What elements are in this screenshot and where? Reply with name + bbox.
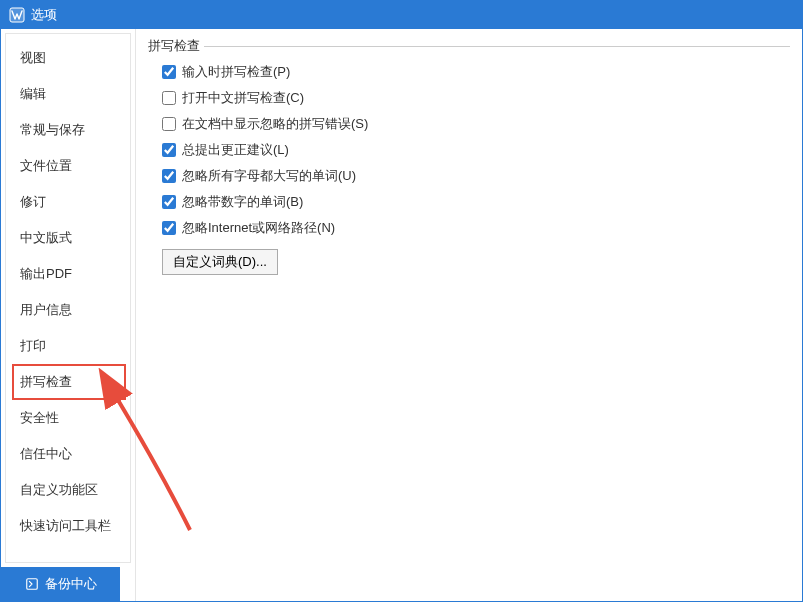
option-ignore-words-with-numbers[interactable]: 忽略带数字的单词(B) [148, 189, 790, 215]
option-show-ignored-errors[interactable]: 在文档中显示忽略的拼写错误(S) [148, 111, 790, 137]
bottombar: 备份中心 [1, 567, 135, 601]
content-panel: 拼写检查 输入时拼写检查(P) 打开中文拼写检查(C) 在文档中显示忽略的拼写错… [136, 29, 802, 601]
checkbox-always-suggest[interactable] [162, 143, 176, 157]
sidebar-wrap: 视图 编辑 常规与保存 文件位置 修订 中文版式 输出PDF 用户信息 打印 拼… [1, 29, 136, 601]
main-area: 视图 编辑 常规与保存 文件位置 修订 中文版式 输出PDF 用户信息 打印 拼… [1, 29, 802, 601]
backup-icon [25, 577, 39, 591]
checkbox-ignore-uppercase[interactable] [162, 169, 176, 183]
sidebar-item-edit[interactable]: 编辑 [12, 76, 126, 112]
sidebar-item-user-info[interactable]: 用户信息 [12, 292, 126, 328]
window-title: 选项 [31, 6, 57, 24]
checkbox-ignore-words-with-numbers[interactable] [162, 195, 176, 209]
label-check-while-typing: 输入时拼写检查(P) [182, 63, 290, 81]
label-always-suggest: 总提出更正建议(L) [182, 141, 289, 159]
titlebar: 选项 [1, 1, 802, 29]
sidebar-item-quick-access[interactable]: 快速访问工具栏 [12, 508, 126, 544]
sidebar-item-spell-check[interactable]: 拼写检查 [12, 364, 126, 400]
group-title: 拼写检查 [148, 37, 204, 55]
label-ignore-words-with-numbers: 忽略带数字的单词(B) [182, 193, 303, 211]
sidebar-item-print[interactable]: 打印 [12, 328, 126, 364]
options-window: 选项 视图 编辑 常规与保存 文件位置 修订 中文版式 输出PDF 用户信息 打… [0, 0, 803, 602]
label-ignore-uppercase: 忽略所有字母都大写的单词(U) [182, 167, 356, 185]
spellcheck-group: 拼写检查 输入时拼写检查(P) 打开中文拼写检查(C) 在文档中显示忽略的拼写错… [148, 37, 790, 275]
custom-dictionary-button[interactable]: 自定义词典(D)... [162, 249, 278, 275]
backup-center-button[interactable]: 备份中心 [1, 567, 120, 601]
sidebar-item-security[interactable]: 安全性 [12, 400, 126, 436]
sidebar-item-file-location[interactable]: 文件位置 [12, 148, 126, 184]
sidebar-item-revision[interactable]: 修订 [12, 184, 126, 220]
label-ignore-internet-paths: 忽略Internet或网络路径(N) [182, 219, 335, 237]
option-ignore-uppercase[interactable]: 忽略所有字母都大写的单词(U) [148, 163, 790, 189]
sidebar-item-output-pdf[interactable]: 输出PDF [12, 256, 126, 292]
label-show-ignored-errors: 在文档中显示忽略的拼写错误(S) [182, 115, 368, 133]
checkbox-check-while-typing[interactable] [162, 65, 176, 79]
backup-center-label: 备份中心 [45, 575, 97, 593]
sidebar-item-general-save[interactable]: 常规与保存 [12, 112, 126, 148]
checkbox-enable-chinese-spellcheck[interactable] [162, 91, 176, 105]
sidebar-item-view[interactable]: 视图 [12, 40, 126, 76]
option-enable-chinese-spellcheck[interactable]: 打开中文拼写检查(C) [148, 85, 790, 111]
option-ignore-internet-paths[interactable]: 忽略Internet或网络路径(N) [148, 215, 790, 241]
label-enable-chinese-spellcheck: 打开中文拼写检查(C) [182, 89, 304, 107]
option-check-while-typing[interactable]: 输入时拼写检查(P) [148, 59, 790, 85]
sidebar: 视图 编辑 常规与保存 文件位置 修订 中文版式 输出PDF 用户信息 打印 拼… [5, 33, 131, 563]
app-icon [9, 7, 25, 23]
sidebar-item-trust-center[interactable]: 信任中心 [12, 436, 126, 472]
option-always-suggest[interactable]: 总提出更正建议(L) [148, 137, 790, 163]
checkbox-ignore-internet-paths[interactable] [162, 221, 176, 235]
sidebar-item-customize-ribbon[interactable]: 自定义功能区 [12, 472, 126, 508]
checkbox-show-ignored-errors[interactable] [162, 117, 176, 131]
sidebar-item-chinese-layout[interactable]: 中文版式 [12, 220, 126, 256]
